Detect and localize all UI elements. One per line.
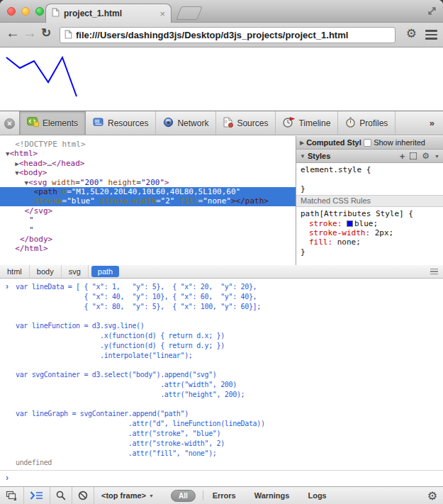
filter-errors-button[interactable]: Errors — [203, 491, 245, 500]
tree-line-html-open[interactable]: ▼<html> — [0, 149, 296, 158]
expand-window-icon[interactable] — [427, 6, 437, 19]
tab-label: Profiles — [359, 118, 388, 128]
settings-gear-icon[interactable]: ⚙ — [427, 489, 437, 503]
css-property-stroke-width[interactable]: stroke-width: 2px; — [301, 228, 439, 237]
tree-line-svg-close[interactable]: </svg> — [0, 206, 296, 215]
tree-line-body-open[interactable]: ▼<body> — [0, 168, 296, 177]
element-style-close: } — [301, 184, 439, 194]
browser-menu-icon[interactable] — [425, 30, 437, 40]
styles-header[interactable]: ▼ Styles + ⚙▼ — [296, 150, 443, 163]
clear-console-button[interactable] — [72, 487, 94, 504]
panel-menu-icon[interactable] — [430, 269, 438, 275]
filter-warnings-button[interactable]: Warnings — [245, 491, 299, 500]
close-window-button[interactable] — [7, 7, 16, 16]
url-page-icon — [65, 29, 72, 42]
url-text: file:///Users/dashingd3js/Desktop/d3js_p… — [76, 30, 348, 40]
d3-line-svg — [6, 54, 147, 111]
tab-label: Timeline — [298, 118, 330, 128]
svg-text:{}: {} — [225, 119, 228, 123]
tab-label: Sources — [237, 118, 268, 128]
console-panel[interactable]: › var lineData = [ { "x": 1, "y": 5}, { … — [0, 279, 443, 486]
resources-icon — [93, 117, 104, 129]
matched-rule[interactable]: path[Attributes Style] { stroke: blue; s… — [296, 207, 443, 258]
tree-line-svg-open[interactable]: ▼<svg width="200" height="200"> — [0, 178, 296, 187]
search-button[interactable] — [50, 487, 72, 504]
console-result: undefined — [16, 458, 443, 468]
color-swatch[interactable] — [347, 220, 353, 227]
computed-style-header[interactable]: ▶ Computed Style Show inherited — [296, 136, 443, 150]
tab-sources[interactable]: {} Sources — [216, 111, 276, 135]
tree-line-doctype[interactable]: <!DOCTYPE html> — [0, 140, 296, 149]
tree-line-text-node[interactable]: " — [0, 215, 296, 225]
tree-line-body-close[interactable]: </body> — [0, 235, 296, 244]
filter-all-button[interactable]: All — [171, 490, 196, 502]
tree-line-head[interactable]: ▶<head>…</head> — [0, 159, 296, 168]
tab-profiles[interactable]: Profiles — [338, 111, 396, 135]
css-property-stroke[interactable]: stroke: blue; — [301, 219, 439, 228]
tab-label: Network — [177, 118, 208, 128]
new-tab-button[interactable] — [176, 6, 203, 20]
breadcrumb: html body svg path — [0, 265, 443, 279]
collapse-arrow-icon[interactable]: ▶ — [300, 140, 304, 146]
dock-side-button[interactable] — [0, 487, 24, 504]
frame-selector-dropdown[interactable]: <top frame> ▼ — [94, 491, 161, 500]
tab-label: Resources — [108, 118, 148, 128]
expand-arrow-icon[interactable]: ▼ — [300, 153, 305, 159]
console-input-chevron-icon: › — [6, 281, 9, 291]
tab-network[interactable]: Network — [156, 111, 216, 135]
tree-line-html-close[interactable]: </html> — [0, 244, 296, 253]
elements-tree: <!DOCTYPE html> ▼<html> ▶<head>…</head> … — [0, 136, 296, 265]
console-prompt[interactable]: › — [0, 471, 443, 483]
reload-button[interactable]: ↻ — [41, 26, 51, 40]
styles-gear-icon[interactable]: ⚙ — [422, 152, 430, 160]
breadcrumb-item-path[interactable]: path — [91, 266, 119, 277]
tab-close-icon[interactable]: × — [159, 9, 165, 18]
tab-timeline[interactable]: Timeline — [276, 111, 338, 135]
tab-title: project_1.html — [64, 9, 155, 18]
devtools-toolbar: × Elements Resources Network {} Sources … — [0, 111, 443, 135]
tree-line-path-selected[interactable]: <path d="M1,5L20,20L40,10L60,40L80,5L100… — [0, 187, 296, 196]
tab-elements[interactable]: Elements — [19, 111, 86, 135]
browser-gear-icon[interactable]: ⚙ — [406, 26, 417, 41]
css-property-fill[interactable]: fill: none; — [301, 237, 439, 247]
browser-tab[interactable]: project_1.html × — [45, 4, 172, 23]
window-controls — [7, 7, 44, 16]
element-state-picker-icon[interactable] — [410, 152, 417, 159]
tree-line-path-selected[interactable]: stroke="blue" stroke-width="2" fill="non… — [0, 196, 296, 206]
rule-selector[interactable]: path[Attributes Style] { — [301, 209, 439, 218]
timeline-icon — [283, 117, 295, 130]
breadcrumb-item-html[interactable]: html — [0, 265, 30, 278]
breadcrumb-item-body[interactable]: body — [30, 265, 62, 278]
profiles-icon — [345, 117, 356, 130]
styles-title: Styles — [308, 152, 330, 160]
tab-resources[interactable]: Resources — [86, 111, 156, 135]
new-style-rule-icon[interactable]: + — [400, 152, 405, 161]
devtools-status-bar: <top frame> ▼ All Errors Warnings Logs ⚙ — [0, 486, 443, 504]
tab-label: Elements — [43, 118, 78, 128]
page-viewport — [0, 48, 443, 111]
d3-line-path — [6, 57, 77, 96]
show-console-button[interactable] — [24, 487, 50, 504]
back-button[interactable]: ← — [6, 25, 20, 41]
element-style-selector[interactable]: element.style { — [301, 165, 439, 174]
favicon-page-icon — [52, 7, 60, 20]
rule-close: } — [301, 247, 439, 257]
computed-style-title: Computed Style — [306, 138, 361, 147]
browser-toolbar: ← → ↻ file:///Users/dashingd3js/Desktop/… — [0, 23, 443, 47]
show-inherited-label: Show inherited — [374, 138, 425, 147]
show-inherited-checkbox[interactable] — [364, 139, 371, 147]
forward-button[interactable]: → — [23, 25, 37, 41]
address-bar[interactable]: file:///Users/dashingd3js/Desktop/d3js_p… — [60, 27, 396, 43]
devtools-tabs: Elements Resources Network {} Sources Ti… — [19, 111, 396, 135]
minimize-window-button[interactable] — [21, 7, 30, 16]
browser-window: project_1.html × ← → ↻ file:///Users/das… — [0, 0, 443, 504]
breadcrumb-item-svg[interactable]: svg — [62, 265, 89, 278]
matched-css-rules-bar: Matched CSS Rules — [296, 195, 443, 207]
zoom-window-button[interactable] — [35, 7, 44, 16]
tabs-overflow-chevron[interactable]: » — [430, 118, 434, 128]
devtools-close-icon[interactable]: × — [4, 118, 15, 129]
network-icon — [163, 117, 174, 130]
filter-logs-button[interactable]: Logs — [298, 491, 335, 500]
tree-line-text-node[interactable]: " — [0, 225, 296, 235]
element-style-rule[interactable]: element.style { } — [296, 163, 443, 195]
